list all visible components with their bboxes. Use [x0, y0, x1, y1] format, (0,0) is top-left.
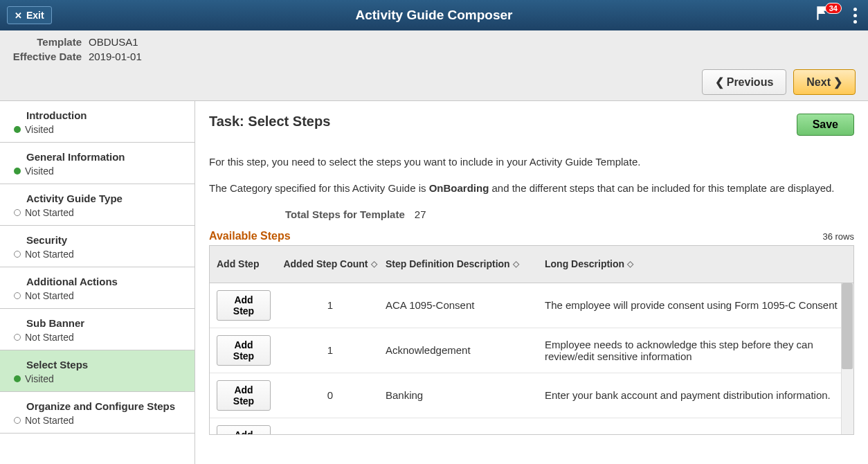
context-header: Template OBDUSA1 Effective Date 2019-01-… [0, 30, 868, 101]
effdate-value: 2019-01-01 [89, 51, 142, 62]
nav-item-status: Not Started [14, 207, 181, 218]
nav-item-title: General Information [26, 151, 181, 163]
chevron-right-icon: ❯ [833, 75, 842, 89]
app-banner: ✕ Exit Activity Guide Composer 34 [0, 0, 868, 30]
nav-item-title: Security [26, 234, 181, 246]
sort-icon: ◇ [627, 259, 633, 269]
col-long-description[interactable]: Long Description ◇ [545, 258, 841, 269]
cell-step-definition: Banking [386, 389, 545, 401]
row-count: 36 rows [822, 231, 854, 242]
nav-item-organize-and-configure-steps[interactable]: Organize and Configure StepsNot Started [0, 392, 195, 434]
add-step-button[interactable]: Add Step [217, 425, 271, 434]
banner-actions: 34 [814, 4, 862, 26]
nav-item-status: Not Started [14, 290, 181, 301]
nav-item-select-steps[interactable]: Select StepsVisited [0, 350, 195, 392]
nav-item-status: Not Started [14, 249, 181, 260]
effdate-label: Effective Date [6, 51, 82, 62]
col-add-step[interactable]: Add Step [217, 258, 275, 269]
not-started-dot-icon [14, 209, 21, 216]
not-started-dot-icon [14, 251, 21, 258]
nav-item-status: Not Started [14, 415, 181, 426]
nav-item-additional-actions[interactable]: Additional ActionsNot Started [0, 267, 195, 309]
nav-item-title: Organize and Configure Steps [26, 400, 181, 412]
nav-item-title: Sub Banner [26, 317, 181, 329]
add-step-button[interactable]: Add Step [217, 335, 271, 366]
cell-step-definition: ACA 1095-Consent [386, 299, 545, 311]
nav-item-status: Visited [14, 373, 181, 384]
exit-button[interactable]: ✕ Exit [7, 6, 52, 24]
nav-item-title: Additional Actions [26, 276, 181, 287]
scrollbar-track[interactable] [841, 283, 853, 434]
exit-label: Exit [26, 10, 44, 21]
task-title: Task: Select Steps [209, 114, 330, 130]
visited-dot-icon [14, 126, 21, 133]
notifications-button[interactable]: 34 [814, 4, 836, 26]
chevron-left-icon: ❮ [715, 75, 724, 89]
scrollbar-thumb[interactable] [842, 283, 853, 369]
col-step-definition[interactable]: Step Definition Description ◇ [386, 258, 545, 269]
table-header: Add Step Added Step Count ◇ Step Definit… [210, 246, 853, 283]
cell-added-count: 0 [275, 389, 386, 401]
total-steps-label: Total Steps for Template [285, 208, 405, 220]
cell-added-count: 1 [275, 344, 386, 356]
task-description-2: The Category specified for this Activity… [209, 181, 854, 195]
not-started-dot-icon [14, 292, 21, 299]
table-row: Add Step1AcknowledgementEmployee needs t… [210, 328, 853, 373]
not-started-dot-icon [14, 417, 21, 424]
template-value: OBDUSA1 [89, 36, 138, 48]
step-nav: IntroductionVisitedGeneral InformationVi… [0, 101, 195, 464]
nav-item-introduction[interactable]: IntroductionVisited [0, 101, 195, 143]
page-title: Activity Guide Composer [356, 8, 513, 23]
table-row: Add Step1ACA 1095-ConsentThe employee wi… [210, 283, 853, 328]
next-button[interactable]: Next ❯ [793, 69, 856, 95]
nav-item-sub-banner[interactable]: Sub BannerNot Started [0, 309, 195, 350]
nav-item-title: Introduction [26, 109, 181, 121]
next-label: Next [806, 76, 831, 89]
previous-label: Previous [727, 76, 774, 89]
main-content: Task: Select Steps Save For this step, y… [195, 101, 868, 464]
visited-dot-icon [14, 168, 21, 175]
close-icon: ✕ [15, 10, 22, 21]
cell-added-count: 1 [275, 299, 386, 311]
sort-icon: ◇ [371, 259, 377, 269]
nav-item-title: Select Steps [26, 359, 181, 371]
table-row: Add Step0Benefits EnrollmentStart benefi… [210, 418, 853, 434]
table-body: Add Step1ACA 1095-ConsentThe employee wi… [210, 283, 853, 434]
save-button[interactable]: Save [797, 114, 854, 136]
sort-icon: ◇ [513, 259, 519, 269]
template-label: Template [6, 36, 82, 48]
nav-item-security[interactable]: SecurityNot Started [0, 226, 195, 267]
nav-item-status: Not Started [14, 332, 181, 343]
col-added-count[interactable]: Added Step Count ◇ [275, 258, 386, 269]
nav-item-activity-guide-type[interactable]: Activity Guide TypeNot Started [0, 184, 195, 226]
actions-menu-button[interactable] [847, 8, 862, 24]
add-step-button[interactable]: Add Step [217, 380, 271, 411]
notification-badge: 34 [825, 3, 842, 14]
nav-item-status: Visited [14, 166, 181, 177]
not-started-dot-icon [14, 334, 21, 341]
available-steps-heading: Available Steps [209, 230, 291, 242]
cell-long-description: The employee will provide consent using … [545, 299, 841, 311]
cell-long-description: Employee needs to acknowledge this step … [545, 339, 841, 362]
previous-button[interactable]: ❮ Previous [702, 69, 787, 95]
category-name: OnBoarding [429, 182, 489, 194]
cell-step-definition: Acknowledgement [386, 344, 545, 356]
add-step-button[interactable]: Add Step [217, 290, 271, 321]
cell-long-description: Enter your bank account and payment dist… [545, 389, 841, 401]
available-steps-table: Add Step Added Step Count ◇ Step Definit… [209, 245, 854, 435]
nav-item-general-information[interactable]: General InformationVisited [0, 143, 195, 184]
nav-item-title: Activity Guide Type [26, 193, 181, 204]
total-steps-value: 27 [415, 208, 426, 220]
visited-dot-icon [14, 375, 21, 382]
table-row: Add Step0BankingEnter your bank account … [210, 373, 853, 418]
nav-item-status: Visited [14, 124, 181, 135]
task-description-1: For this step, you need to select the st… [209, 155, 854, 169]
